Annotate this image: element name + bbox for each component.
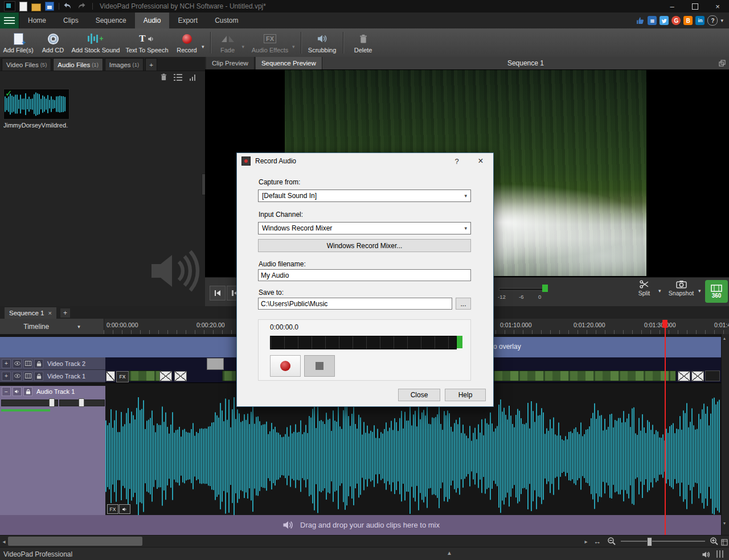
video-clip[interactable] xyxy=(129,370,162,381)
list-view-icon[interactable] xyxy=(174,73,182,83)
tab-sequence[interactable]: Sequence xyxy=(87,13,135,28)
add-stock-sound-button[interactable]: + Add Stock Sound xyxy=(69,28,122,57)
go-to-start-button[interactable] xyxy=(210,286,226,300)
record-button[interactable]: Record xyxy=(172,28,202,57)
scroll-down-icon[interactable]: ▾ xyxy=(723,521,726,526)
clip-fx-badge[interactable]: FX xyxy=(107,504,118,514)
transition-clip[interactable] xyxy=(174,371,187,381)
windows-record-mixer-button[interactable]: Windows Record Mixer... xyxy=(258,239,471,252)
playhead-line[interactable] xyxy=(665,320,666,535)
zoom-slider[interactable] xyxy=(621,541,705,542)
tab-home[interactable]: Home xyxy=(19,13,55,28)
video-track-1-header[interactable]: + Video Track 1 xyxy=(0,370,105,382)
save-to-input[interactable] xyxy=(258,298,452,310)
tab-audio[interactable]: Audio xyxy=(135,13,170,28)
main-menu-button[interactable] xyxy=(0,13,19,28)
track-lock-icon[interactable] xyxy=(34,359,43,368)
system-volume-icon[interactable] xyxy=(702,550,711,560)
timeline-view-selector[interactable]: Timeline ▾ xyxy=(0,319,104,334)
video-clip[interactable] xyxy=(493,370,676,381)
blog-icon[interactable]: B xyxy=(683,16,693,25)
like-icon[interactable] xyxy=(636,16,645,25)
video-track-2-header[interactable]: + Video Track 2 xyxy=(0,357,105,370)
collapse-track-icon[interactable]: − xyxy=(2,387,11,396)
snapshot-dropdown-icon[interactable]: ▾ xyxy=(698,288,701,294)
fit-timeline-icon[interactable]: ↔ xyxy=(593,537,601,546)
video-360-button[interactable]: 360 xyxy=(705,280,728,303)
maximize-button[interactable] xyxy=(683,0,706,13)
add-files-button[interactable]: + Add File(s) xyxy=(0,28,36,57)
track-lock-icon[interactable] xyxy=(23,387,32,396)
split-dropdown-icon[interactable]: ▾ xyxy=(658,288,661,294)
delete-clip-icon[interactable] xyxy=(161,73,167,83)
tab-sequence-preview[interactable]: Sequence Preview xyxy=(256,57,322,69)
add-track-icon[interactable]: + xyxy=(2,372,11,381)
tab-images[interactable]: Images(1) xyxy=(105,58,144,71)
start-record-button[interactable] xyxy=(270,355,301,377)
resize-grip[interactable] xyxy=(716,550,723,558)
transition-clip[interactable] xyxy=(691,371,704,381)
track-visibility-icon[interactable] xyxy=(13,372,22,381)
tracks-scrollbar[interactable]: ▴ ▾ xyxy=(721,334,729,535)
sort-options-icon[interactable] xyxy=(189,73,197,83)
add-cd-button[interactable]: Add CD xyxy=(36,28,69,57)
volume-meter-track[interactable] xyxy=(499,288,543,291)
tab-video-files[interactable]: Video Files(5) xyxy=(2,58,51,71)
audio-clip-waveform[interactable] xyxy=(105,397,722,515)
linkedin-icon[interactable]: in xyxy=(695,16,705,25)
transition-clip[interactable] xyxy=(159,371,172,381)
undo-icon[interactable] xyxy=(63,2,73,11)
track-thumbnails-icon[interactable] xyxy=(23,359,32,368)
fade-button[interactable]: Fade xyxy=(214,28,242,57)
share-icon[interactable]: ▦ xyxy=(648,16,657,25)
track-lock-icon[interactable] xyxy=(34,372,43,381)
record-dropdown-icon[interactable]: ▾ xyxy=(202,44,204,50)
googleplus-icon[interactable]: G xyxy=(671,16,681,25)
audio-effects-dropdown-icon[interactable]: ▾ xyxy=(292,44,295,50)
audio-drop-zone[interactable]: Drag and drop your audio clips here to m… xyxy=(0,515,722,535)
snapshot-button[interactable]: Snapshot xyxy=(665,280,697,297)
scroll-right-icon[interactable]: ▸ xyxy=(582,536,590,547)
zoom-slider-handle[interactable] xyxy=(647,537,652,546)
split-button[interactable]: Split xyxy=(631,280,657,297)
scrollbar-thumb[interactable] xyxy=(8,537,142,546)
track-mute-icon[interactable] xyxy=(13,387,22,396)
minimize-button[interactable]: – xyxy=(661,0,683,13)
audio-clip-card[interactable]: ✓ JimmyDorseyVmildred... xyxy=(3,89,68,129)
tab-custom[interactable]: Custom xyxy=(206,13,247,28)
sequence-tab[interactable]: Sequence 1 × xyxy=(5,307,56,319)
video-clip[interactable] xyxy=(222,370,236,381)
audio-effects-button[interactable]: FX Audio Effects xyxy=(248,28,292,57)
dialog-close-button[interactable]: × xyxy=(469,153,492,169)
float-preview-icon[interactable] xyxy=(719,60,726,68)
volume-slider-handle[interactable] xyxy=(49,398,55,407)
tab-clips[interactable]: Clips xyxy=(55,13,87,28)
help-dropdown-icon[interactable]: ▾ xyxy=(720,18,723,23)
video-clip-dark[interactable] xyxy=(705,370,720,381)
input-channel-select[interactable]: Windows Record Mixer ▾ xyxy=(258,222,471,234)
audio-filename-input[interactable] xyxy=(258,269,471,281)
stop-record-button[interactable] xyxy=(304,355,335,377)
track-visibility-icon[interactable] xyxy=(13,359,22,368)
scroll-left-icon[interactable]: ◂ xyxy=(0,536,8,547)
add-track-icon[interactable]: + xyxy=(2,359,11,368)
timeline-view-dropdown-icon[interactable]: ▾ xyxy=(77,324,80,330)
redo-icon[interactable] xyxy=(77,2,88,11)
capture-from-select[interactable]: [Default Sound In] ▾ xyxy=(258,190,471,202)
new-project-icon[interactable] xyxy=(19,2,27,11)
open-project-icon[interactable] xyxy=(31,3,41,11)
clip[interactable] xyxy=(207,358,224,370)
fade-dropdown-icon[interactable]: ▾ xyxy=(242,44,245,50)
clip-audio-badge[interactable] xyxy=(119,504,130,514)
zoom-in-icon[interactable] xyxy=(710,537,719,548)
sequence-tab-close-icon[interactable]: × xyxy=(48,310,51,316)
transition-clip[interactable] xyxy=(678,371,690,381)
twitter-icon[interactable] xyxy=(660,16,669,25)
tab-clip-preview[interactable]: Clip Preview xyxy=(206,57,255,69)
pan-slider-handle[interactable] xyxy=(79,398,84,407)
scroll-up-icon[interactable]: ▴ xyxy=(723,336,726,341)
clip-tool-chip[interactable] xyxy=(106,371,115,381)
add-bin-tab-button[interactable]: + xyxy=(145,58,157,71)
add-sequence-button[interactable]: + xyxy=(60,308,70,318)
dialog-close-action-button[interactable]: Close xyxy=(398,389,440,401)
